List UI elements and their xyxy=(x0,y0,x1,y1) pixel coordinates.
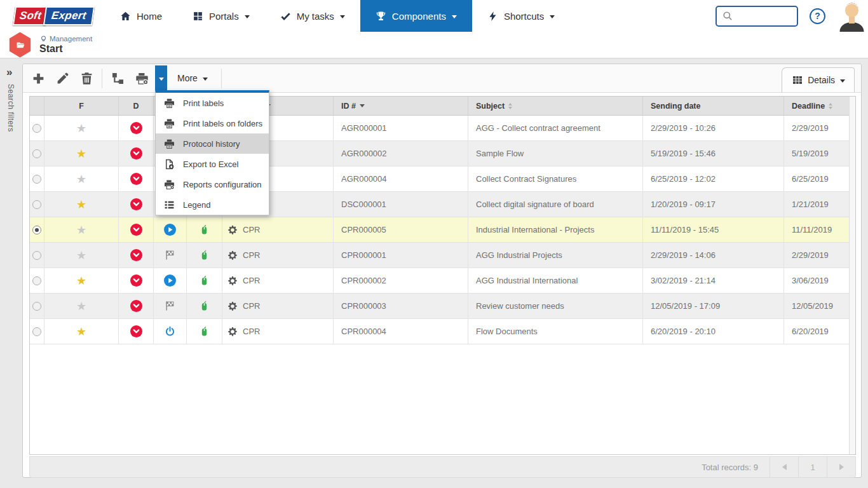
table-row[interactable]: ★ DSC DSC000001 Collect digital signatur… xyxy=(30,192,850,217)
favorite-star-icon[interactable]: ★ xyxy=(76,301,86,312)
nav-item-label: Components xyxy=(392,11,446,22)
expand-filters-icon[interactable]: » xyxy=(0,58,22,84)
workflow-hexagon-icon[interactable] xyxy=(8,32,32,58)
current-page-button[interactable]: 1 xyxy=(798,456,827,478)
menu-item[interactable]: Reports configuration xyxy=(156,174,269,194)
favorite-star-icon[interactable]: ★ xyxy=(76,224,86,236)
breadcrumb-category: Management xyxy=(50,35,92,43)
row-id: CPR000001 xyxy=(334,243,468,268)
search-box[interactable] xyxy=(715,6,798,27)
nav-item[interactable]: Home xyxy=(105,0,177,32)
nav-item[interactable]: Components xyxy=(360,0,472,32)
legend-icon xyxy=(164,200,175,210)
row-id: CPR000002 xyxy=(334,268,468,293)
favorite-star-icon[interactable]: ★ xyxy=(76,326,86,337)
deadline-overdue-icon xyxy=(130,147,142,159)
search-input[interactable] xyxy=(736,11,790,21)
row-sending-date: 6/20/2019 - 20:10 xyxy=(643,319,784,344)
favorite-star-icon[interactable]: ★ xyxy=(76,173,86,185)
table-row[interactable]: ★ CPR CPR000003 Review customer needs 12… xyxy=(30,294,850,319)
search-filters-label[interactable]: Search filters xyxy=(6,84,15,132)
row-deadline: 12/05/2019 xyxy=(784,294,850,318)
breadcrumb-bar: Management Start xyxy=(0,32,868,58)
portals-grid-icon xyxy=(193,11,203,22)
details-view-button[interactable]: Details xyxy=(782,67,855,92)
toolbar-separator xyxy=(221,69,222,88)
table-row[interactable]: ★ AGR000002 Sample Flow 5/19/2019 - 15:4… xyxy=(30,141,850,166)
row-radio[interactable] xyxy=(32,302,41,311)
next-page-icon xyxy=(839,464,844,470)
process-gear-icon xyxy=(227,250,238,261)
table-row[interactable]: ★ CPR CPR000004 Flow Documents 6/20/2019… xyxy=(30,319,850,344)
prev-page-button[interactable] xyxy=(770,456,798,478)
row-subject: Collect digital signature of board xyxy=(468,192,643,217)
row-radio[interactable] xyxy=(32,124,41,133)
help-icon[interactable]: ? xyxy=(810,8,825,24)
table-rows: ★ AGR000001 AGG - Collect contract agree… xyxy=(30,116,855,344)
row-sending-date: 6/25/2019 - 12:02 xyxy=(643,166,784,191)
menu-item[interactable]: Protocol history xyxy=(156,133,269,154)
check-icon xyxy=(280,11,291,22)
more-button[interactable]: More xyxy=(167,65,218,91)
vertical-scrollbar[interactable] xyxy=(849,97,855,454)
nav-item[interactable]: Shortcuts xyxy=(472,0,570,32)
toolbar: More xyxy=(23,64,861,93)
trophy-icon xyxy=(376,11,386,22)
lightbulb-icon xyxy=(39,35,48,43)
favorite-star-icon[interactable]: ★ xyxy=(76,250,86,261)
next-page-button[interactable] xyxy=(827,456,855,478)
process-gear-icon xyxy=(227,301,238,311)
workflow-structure-button[interactable] xyxy=(105,65,130,91)
menu-item[interactable]: Legend xyxy=(156,194,269,215)
row-subject: AGG Industrial International xyxy=(468,268,643,293)
row-subject: Review customer needs xyxy=(468,294,643,318)
home-icon xyxy=(120,11,131,22)
row-radio[interactable] xyxy=(32,175,41,184)
delete-button[interactable] xyxy=(74,65,98,91)
print-menu-caret-button[interactable] xyxy=(155,65,167,92)
row-radio[interactable] xyxy=(32,251,41,260)
favorite-star-icon[interactable]: ★ xyxy=(76,199,86,210)
row-subject: Sample Flow xyxy=(468,141,643,166)
row-radio[interactable] xyxy=(32,200,41,209)
header-subject[interactable]: Subject xyxy=(468,97,643,115)
header-id[interactable]: ID # xyxy=(334,97,468,115)
row-radio[interactable] xyxy=(32,226,41,234)
nav-item[interactable]: My tasks xyxy=(265,0,360,32)
print-reports-button[interactable] xyxy=(130,65,154,91)
row-radio[interactable] xyxy=(32,149,41,158)
row-id: DSC000001 xyxy=(334,192,468,217)
header-deadline[interactable]: Deadline xyxy=(784,97,850,115)
deadline-overdue-icon xyxy=(130,224,142,236)
folder-icon xyxy=(15,39,26,51)
menu-item[interactable]: Export to Excel xyxy=(156,154,269,174)
row-deadline: 5/19/2019 xyxy=(784,141,850,166)
menu-item[interactable]: Print labels xyxy=(156,93,269,113)
deadline-overdue-icon xyxy=(130,122,142,134)
chevron-down-icon xyxy=(159,78,164,81)
favorite-star-icon[interactable]: ★ xyxy=(76,123,86,134)
table-row[interactable]: ★ CPR CPR000002 AGG Industrial Internati… xyxy=(30,268,850,294)
table-row[interactable]: ★ AGR000001 AGG - Collect contract agree… xyxy=(30,116,850,141)
favorite-star-icon[interactable]: ★ xyxy=(76,275,86,287)
table-row[interactable]: ★ AGR000004 Collect Contract Signatures … xyxy=(30,166,850,192)
header-sending-date[interactable]: Sending date xyxy=(643,97,784,115)
softexpert-logo[interactable]: Soft Expert xyxy=(14,0,93,32)
table-row[interactable]: ★ CPR CPR000005 Industrial International… xyxy=(30,217,850,243)
nav-item-label: Home xyxy=(137,11,162,22)
deadline-overdue-icon xyxy=(130,274,142,287)
favorite-star-icon[interactable]: ★ xyxy=(76,148,86,159)
table-row[interactable]: ★ CPR CPR000001 AGG Industrial Projects … xyxy=(30,243,850,268)
nav-item[interactable]: Portals xyxy=(177,0,265,32)
menu-item[interactable]: Print labels on folders xyxy=(156,113,269,133)
user-avatar[interactable] xyxy=(837,0,867,32)
header-deadline-flag[interactable]: D xyxy=(119,97,154,115)
header-favorite[interactable]: F xyxy=(44,97,119,115)
edit-button[interactable] xyxy=(50,65,74,91)
add-button[interactable] xyxy=(26,65,50,91)
mouse-instance-icon xyxy=(199,326,210,337)
row-radio[interactable] xyxy=(32,276,41,285)
mouse-instance-icon xyxy=(199,224,210,235)
row-radio[interactable] xyxy=(32,327,41,336)
menu-item-label: Print labels xyxy=(183,98,224,108)
